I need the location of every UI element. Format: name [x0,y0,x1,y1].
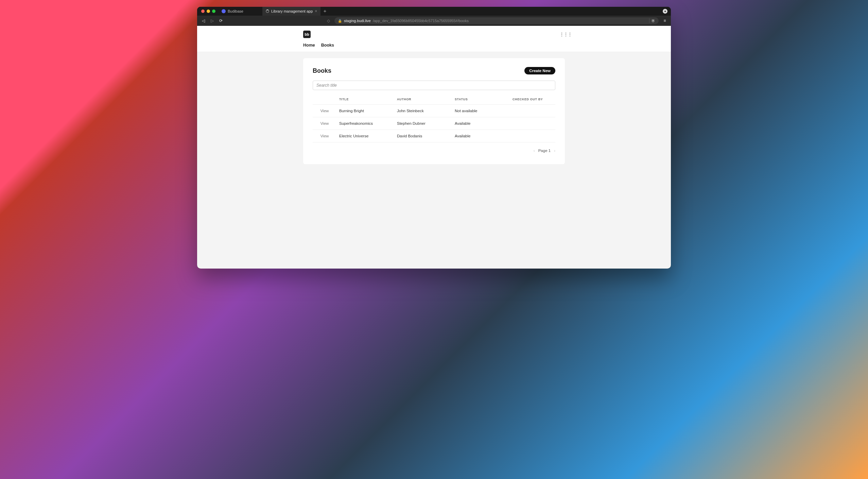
page-next-icon[interactable]: › [554,149,555,153]
browser-menu-icon[interactable]: ≡ [662,18,667,23]
books-card: Books Create New TITLE AUTHOR STATUS [303,58,565,164]
browser-tab-budibase[interactable]: Budibase [218,7,262,16]
window-controls [200,7,218,16]
loading-icon [266,10,269,13]
cell-title: Superfreakonomics [336,117,394,130]
url-path: /app_dev_1fa65096b850455bb4c5715a7565595… [373,19,469,23]
view-link[interactable]: View [313,130,336,142]
nav-books[interactable]: Books [321,43,334,48]
favicon-icon [222,9,226,13]
col-checked-out: CHECKED OUT BY [510,93,555,105]
cell-checked-out-by [510,105,555,117]
nav-home[interactable]: Home [303,43,315,48]
create-new-button[interactable]: Create New [524,67,555,74]
forward-button[interactable]: ▷ [209,18,215,23]
reload-button[interactable]: ⟳ [218,18,224,23]
cell-status: Not available [452,105,510,117]
url-host: staging.budi.live [344,19,371,23]
books-table: TITLE AUTHOR STATUS CHECKED OUT BY View … [313,93,555,142]
view-link[interactable]: View [313,105,336,117]
col-status: STATUS [452,93,510,105]
close-tab-icon[interactable]: × [315,9,317,14]
cell-author: Stephen Dubner [394,117,452,130]
col-view [313,93,336,105]
window-close-icon[interactable] [201,10,205,13]
extension-icon[interactable]: ✦ [663,9,667,14]
app-nav: Home Books [303,38,565,52]
cell-checked-out-by [510,117,555,130]
cell-checked-out-by [510,130,555,142]
new-tab-button[interactable]: ＋ [320,7,329,16]
bookmark-icon[interactable]: ◇ [326,18,331,23]
search-input[interactable] [313,81,555,90]
tab-label: Budibase [228,9,243,13]
table-row: View Burning Bright John Steinbeck Not a… [313,105,555,117]
cell-author: David Bodanis [394,130,452,142]
shield-icon[interactable]: ⛨ [649,18,655,23]
browser-toolbar: ◁ ▷ ⟳ ◇ 🔒 staging.budi.live/app_dev_1fa6… [197,16,671,26]
apps-grid-icon[interactable]: ⋮⋮⋮ [559,33,565,35]
view-link[interactable]: View [313,117,336,130]
tab-label: Library management app [271,9,313,13]
col-title: TITLE [336,93,394,105]
cell-title: Electric Universe [336,130,394,142]
address-bar[interactable]: 🔒 staging.budi.live/app_dev_1fa65096b850… [334,17,659,24]
page-viewport: bb ⋮⋮⋮ Home Books Books Create New [197,26,671,269]
pagination: ‹ Page 1 › [313,149,555,153]
brand-logo[interactable]: bb [303,31,311,38]
table-row: View Electric Universe David Bodanis Ava… [313,130,555,142]
browser-window: Budibase Library management app × ＋ ✦ ◁ … [197,7,671,269]
cell-status: Available [452,130,510,142]
app-header: bb ⋮⋮⋮ Home Books [197,26,671,52]
cell-author: John Steinbeck [394,105,452,117]
browser-tab-library-app[interactable]: Library management app × [262,7,320,16]
cell-title: Burning Bright [336,105,394,117]
table-header-row: TITLE AUTHOR STATUS CHECKED OUT BY [313,93,555,105]
window-zoom-icon[interactable] [212,10,215,13]
cell-status: Available [452,117,510,130]
page-indicator: Page 1 [538,149,551,153]
browser-tab-strip: Budibase Library management app × ＋ ✦ [197,7,671,16]
window-minimize-icon[interactable] [207,10,210,13]
col-author: AUTHOR [394,93,452,105]
page-prev-icon[interactable]: ‹ [534,149,535,153]
lock-icon: 🔒 [338,19,342,23]
page-title: Books [313,67,331,74]
back-button[interactable]: ◁ [201,18,206,23]
table-row: View Superfreakonomics Stephen Dubner Av… [313,117,555,130]
